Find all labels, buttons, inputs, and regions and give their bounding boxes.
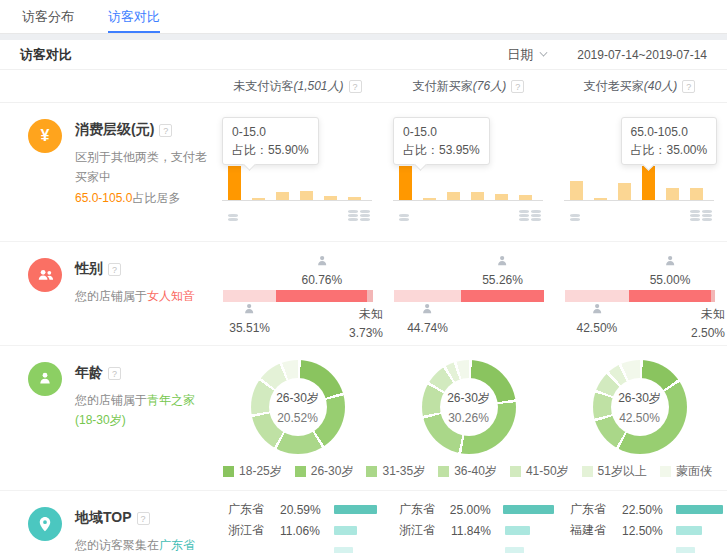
gender-stacked-bar[interactable]: 60.76%35.51%未知3.73% xyxy=(223,254,373,338)
region-bar[interactable] xyxy=(676,547,695,553)
yuan-icon: ¥ xyxy=(28,119,62,153)
bar[interactable] xyxy=(570,181,583,200)
x-axis xyxy=(393,200,543,201)
coin xyxy=(348,210,358,213)
region-cell-old: 广东省22.50%福建省12.50% xyxy=(554,491,725,553)
region-label: 地域TOP ? 您的访客聚集在广东省 xyxy=(0,491,212,553)
x-axis xyxy=(564,200,714,201)
bar[interactable] xyxy=(228,166,241,200)
date-dropdown[interactable]: 日期 xyxy=(507,46,547,64)
male-icon xyxy=(589,302,604,320)
coin xyxy=(531,214,541,217)
consumption-bar-chart[interactable]: 0-15.0占比：55.90% xyxy=(222,115,372,227)
help-icon[interactable]: ? xyxy=(159,124,172,137)
top-tabbar: 访客分布 访客对比 xyxy=(0,0,727,34)
region-row xyxy=(399,541,554,553)
consumption-bar-chart[interactable]: 0-15.0占比：53.95% xyxy=(393,115,543,227)
bar[interactable] xyxy=(666,188,679,200)
region-bar[interactable] xyxy=(505,526,530,535)
bar[interactable] xyxy=(399,166,412,200)
consumption-cell-old: 65.0-105.0占比：35.00% xyxy=(554,103,725,241)
column-count: (76人) xyxy=(473,78,506,95)
bar[interactable] xyxy=(276,192,289,200)
region-percent: 20.59% xyxy=(280,503,334,517)
female-share: 60.76% xyxy=(301,254,342,287)
gender-bar[interactable] xyxy=(223,290,373,302)
male-segment[interactable] xyxy=(565,290,629,302)
column-header-old-buyers: 支付老买家(40人) ? xyxy=(554,78,725,95)
consumption-title: 消费层级(元) xyxy=(75,121,154,139)
region-bar[interactable] xyxy=(334,547,353,553)
region-bar[interactable] xyxy=(676,526,702,535)
donut-center-label: 26-30岁42.50% xyxy=(611,378,669,436)
male-percent: 44.74% xyxy=(407,321,448,335)
age-donut-chart[interactable]: 26-30岁20.52% xyxy=(251,360,345,454)
money-coins-icon xyxy=(519,210,541,221)
tooltip-share: 占比：55.90% xyxy=(232,141,309,159)
age-donut-chart[interactable]: 26-30岁30.26% xyxy=(422,360,516,454)
region-bar[interactable] xyxy=(503,505,554,514)
coin xyxy=(228,218,238,221)
male-segment[interactable] xyxy=(223,290,276,302)
help-icon[interactable]: ? xyxy=(137,512,150,525)
consumption-bar-chart[interactable]: 65.0-105.0占比：35.00% xyxy=(564,115,714,227)
age-label: 年龄 ? 您的店铺属于青年之家(18-30岁) xyxy=(0,346,212,490)
region-top-list: 广东省20.59%浙江省11.06% xyxy=(228,499,383,553)
female-icon xyxy=(662,254,677,272)
tooltip-share: 占比：35.00% xyxy=(631,141,708,159)
region-title: 地域TOP xyxy=(75,509,132,527)
female-segment[interactable] xyxy=(276,290,367,302)
axis-icons xyxy=(570,210,712,221)
help-icon[interactable]: ? xyxy=(108,367,121,380)
bar[interactable] xyxy=(690,188,703,200)
money-coins-icon xyxy=(348,210,370,221)
gender-bar[interactable] xyxy=(565,290,715,302)
donut-top-segment-label: 26-30岁 xyxy=(276,390,319,407)
bar-group xyxy=(393,166,538,200)
region-bar[interactable] xyxy=(505,547,524,553)
female-segment[interactable] xyxy=(629,290,712,302)
region-bar[interactable] xyxy=(676,505,723,514)
money-coins-icon xyxy=(570,214,580,221)
coin xyxy=(531,218,541,221)
column-count: (40人) xyxy=(644,78,677,95)
help-icon[interactable]: ? xyxy=(682,80,695,93)
gender-cell-unpaid: 60.76%35.51%未知3.73% xyxy=(212,242,383,345)
unknown-segment[interactable] xyxy=(711,290,715,302)
help-icon[interactable]: ? xyxy=(349,80,362,93)
location-pin-icon xyxy=(28,507,62,541)
legend-swatch xyxy=(438,466,449,477)
bar[interactable] xyxy=(447,192,460,200)
bar[interactable] xyxy=(618,183,631,200)
female-share: 55.26% xyxy=(482,254,523,287)
female-label-block: 60.76% xyxy=(223,254,373,290)
help-icon[interactable]: ? xyxy=(108,263,121,276)
male-segment[interactable] xyxy=(394,290,461,302)
tab-label: 访客对比 xyxy=(108,8,160,26)
bar[interactable] xyxy=(471,192,484,200)
unknown-share: 未知3.73% xyxy=(349,305,383,342)
gender-title: 性别 xyxy=(75,260,103,278)
help-icon[interactable]: ? xyxy=(511,80,524,93)
donut-top-segment-value: 30.26% xyxy=(448,411,489,425)
desc-text: 您的访客聚集在 xyxy=(75,538,159,552)
region-bar[interactable] xyxy=(334,526,357,535)
donut-center-label: 26-30岁30.26% xyxy=(440,378,498,436)
bar[interactable] xyxy=(300,191,313,200)
female-segment[interactable] xyxy=(461,290,544,302)
unknown-segment[interactable] xyxy=(367,290,373,302)
coin xyxy=(519,218,529,221)
gender-bar[interactable] xyxy=(394,290,544,302)
region-bar[interactable] xyxy=(334,505,377,514)
region-desc: 您的访客聚集在广东省 xyxy=(75,535,195,553)
unknown-share: 未知2.50% xyxy=(691,305,725,342)
tab-visitor-distribution[interactable]: 访客分布 xyxy=(22,0,74,33)
gender-stacked-bar[interactable]: 55.00%42.50%未知2.50% xyxy=(565,254,715,338)
tab-visitor-compare[interactable]: 访客对比 xyxy=(108,0,160,33)
axis-icons xyxy=(228,210,370,221)
age-donut-chart[interactable]: 26-30岁42.50% xyxy=(593,360,687,454)
coin-stack xyxy=(690,210,700,221)
coin-stack xyxy=(228,214,238,221)
gender-stacked-bar[interactable]: 55.26%44.74% xyxy=(394,254,544,338)
bar[interactable] xyxy=(642,166,655,200)
